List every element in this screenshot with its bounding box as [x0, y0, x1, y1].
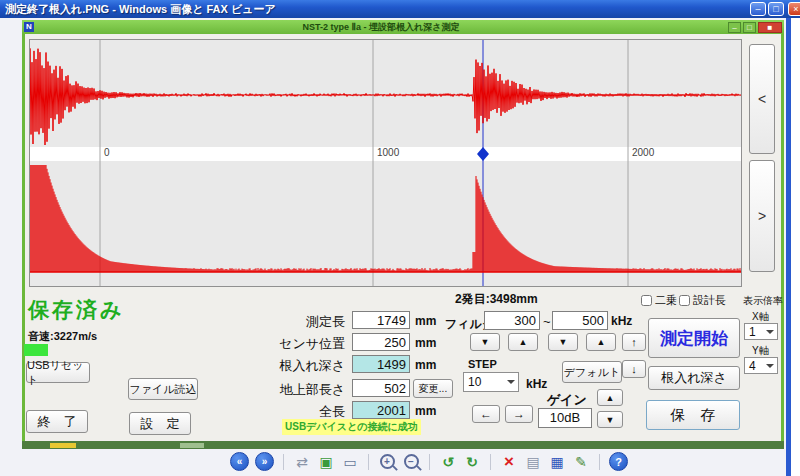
step-select[interactable]: 10	[463, 372, 519, 392]
design-length-checkbox-row[interactable]: 設計長	[679, 293, 726, 308]
desktop-strip	[791, 18, 800, 476]
field-label-sensor-position: センサ位置	[230, 335, 345, 353]
field-unit: mm	[415, 404, 436, 418]
help-icon[interactable]: ?	[609, 452, 628, 471]
delete-icon[interactable]: ×	[500, 453, 518, 471]
design-length-checkbox[interactable]	[679, 295, 690, 306]
status-progress-chip	[50, 443, 76, 448]
square-checkbox[interactable]	[641, 295, 652, 306]
step-unit: kHz	[526, 377, 547, 391]
embed-depth-button[interactable]: 根入れ深さ	[648, 366, 740, 390]
field-label-embed-depth: 根入れ深さ	[230, 357, 345, 375]
filter-low-up-button[interactable]: ▲	[508, 333, 538, 351]
rotate-left-icon[interactable]: ↺	[439, 453, 457, 471]
saved-status-label: 保存済み	[28, 296, 125, 324]
print-icon[interactable]: ▤	[524, 453, 542, 471]
scroll-upper-button[interactable]: <	[749, 44, 775, 154]
cursor-left-button[interactable]: ←	[472, 405, 500, 423]
embed-depth-field[interactable]	[352, 355, 410, 373]
waveform-panel[interactable]	[29, 39, 742, 287]
zoom-in-icon[interactable]: +	[378, 453, 396, 471]
y-scale-select[interactable]: 4	[744, 357, 778, 374]
exit-button[interactable]: 終 了	[26, 410, 88, 433]
step-value: 10	[468, 375, 481, 389]
viewer-minimize-button[interactable]: –	[750, 2, 766, 16]
save-button[interactable]: 保 存	[646, 400, 740, 430]
app-minimize-button[interactable]: –	[728, 22, 741, 33]
filter-low-down-button[interactable]: ▼	[470, 333, 500, 351]
field-unit: mm	[415, 358, 436, 372]
screen: 測定終了根入れ.PNG - Windows 画像と FAX ビューア – □ ×…	[0, 0, 800, 476]
x-scale-select[interactable]: 1	[744, 323, 778, 340]
square-checkbox-row[interactable]: 二乗	[641, 293, 677, 308]
toolbar-separator	[599, 454, 600, 470]
change-button[interactable]: 変更...	[413, 379, 453, 398]
usb-status-indicator	[24, 344, 48, 356]
status-info-chip	[180, 443, 204, 448]
above-ground-field[interactable]	[352, 379, 410, 397]
filter-tilde: ~	[543, 314, 551, 329]
filter-high-field[interactable]	[552, 311, 608, 330]
scroll-lower-button[interactable]: >	[749, 160, 775, 272]
y-axis-label: Y軸	[752, 344, 769, 358]
filter-high-down-button[interactable]: ▼	[548, 333, 578, 351]
axis-tick: 1000	[377, 147, 399, 158]
field-unit: mm	[415, 314, 436, 328]
measure-start-button[interactable]: 測定開始	[648, 318, 740, 358]
step-label: STEP	[468, 358, 497, 370]
slideshow-icon[interactable]: ▭	[341, 453, 359, 471]
measure-length-field[interactable]	[352, 311, 410, 329]
zoom-out-icon[interactable]: −	[402, 453, 420, 471]
edit-icon[interactable]: ✎	[572, 453, 590, 471]
x-axis-label: X軸	[752, 310, 769, 324]
toolbar-separator	[429, 454, 430, 470]
y-scale-value: 4	[749, 359, 756, 373]
toolbar-separator	[368, 454, 369, 470]
gain-down-button[interactable]: ▼	[597, 411, 623, 428]
total-length-field[interactable]	[352, 401, 410, 419]
app-close-button[interactable]: ■	[758, 22, 782, 33]
default-button[interactable]: デフォルト	[562, 361, 622, 383]
gain-up-button[interactable]: ▲	[597, 389, 623, 406]
filter-low-field[interactable]	[484, 311, 540, 330]
shift-up-button[interactable]: ↑	[622, 333, 646, 351]
app-right-border	[781, 34, 784, 441]
filter-unit: kHz	[611, 314, 632, 328]
app-icon: N	[24, 22, 34, 32]
save-file-icon[interactable]: ▦	[548, 453, 566, 471]
settings-button[interactable]: 設 定	[129, 412, 191, 435]
toolbar-separator	[490, 454, 491, 470]
app-status-bar	[22, 441, 784, 449]
second-echo-label: 2発目:3498mm	[455, 291, 538, 308]
viewer-maximize-button[interactable]: □	[768, 2, 784, 16]
viewer-toolbar: « » ⇄ ▣ ▭ + − ↺ ↻ × ▤ ▦ ✎ ?	[230, 452, 628, 471]
actual-size-icon[interactable]: ▣	[317, 453, 335, 471]
display-scale-title: 表示倍率	[743, 294, 783, 308]
viewer-title: 測定終了根入れ.PNG - Windows 画像と FAX ビューア	[5, 2, 276, 17]
x-scale-value: 1	[749, 325, 756, 339]
field-unit: mm	[415, 336, 436, 350]
usb-reset-button[interactable]: USBリセット	[26, 362, 90, 383]
sound-speed-label: 音速:3227m/s	[28, 329, 97, 344]
field-label-measure-length: 測定長	[230, 313, 345, 331]
filter-high-up-button[interactable]: ▲	[586, 333, 616, 351]
app-titlebar: N NST-2 type Ⅱa - 埋設部根入れ深さ測定 – □ ■	[22, 20, 784, 34]
app-maximize-button[interactable]: □	[743, 22, 756, 33]
file-load-button[interactable]: ファイル読込	[128, 378, 198, 400]
waveform-plot	[30, 40, 741, 286]
app-title: NST-2 type Ⅱa - 埋設部根入れ深さ測定	[34, 21, 728, 34]
viewer-close-button[interactable]: ×	[788, 2, 800, 16]
axis-tick: 2000	[632, 147, 654, 158]
sensor-position-field[interactable]	[352, 333, 410, 351]
toolbar-separator	[283, 454, 284, 470]
shift-down-button[interactable]: ↓	[622, 360, 646, 378]
axis-tick: 0	[104, 147, 110, 158]
best-fit-icon[interactable]: ⇄	[293, 453, 311, 471]
field-label-above-ground: 地上部長さ	[230, 381, 345, 399]
next-image-icon[interactable]: »	[255, 452, 274, 471]
previous-image-icon[interactable]: «	[230, 452, 249, 471]
viewer-titlebar: 測定終了根入れ.PNG - Windows 画像と FAX ビューア	[0, 0, 800, 18]
cursor-right-button[interactable]: →	[505, 405, 533, 423]
design-length-checkbox-label: 設計長	[693, 293, 726, 308]
rotate-right-icon[interactable]: ↻	[463, 453, 481, 471]
